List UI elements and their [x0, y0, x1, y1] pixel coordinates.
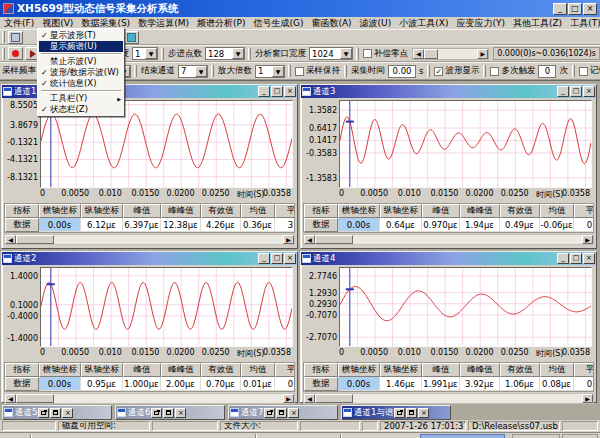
scroll-left-icon[interactable]: ◀ [304, 394, 315, 403]
multi-trigger-count-input[interactable]: 0 [538, 65, 556, 78]
memory-trigger-checkbox[interactable]: 记忆触发 [579, 65, 600, 77]
minimize-button[interactable]: _ [557, 86, 569, 97]
maximize-button[interactable] [163, 408, 174, 418]
view-menu-item-6[interactable]: ✓统计信息(X) [39, 78, 123, 89]
scroll-left-icon[interactable]: ◀ [304, 235, 315, 244]
minimized-window-1[interactable]: 通道5× [2, 405, 112, 420]
scroll-right-icon[interactable]: ▶ [582, 235, 593, 244]
maximize-button[interactable] [406, 408, 417, 418]
chevron-down-icon[interactable]: ▼ [272, 66, 284, 77]
scroll-track[interactable] [353, 235, 582, 244]
maximize-button[interactable]: □ [271, 253, 283, 264]
close-button[interactable]: × [288, 408, 299, 418]
view-menu-item-1[interactable]: ✓显示波形(T) [39, 30, 123, 41]
taskbar-active-button[interactable] [420, 434, 505, 438]
maximize-button[interactable]: □ [570, 253, 582, 264]
menu-item-9[interactable]: 小波工具(X) [395, 17, 452, 30]
menu-item-11[interactable]: 其他工具(Z) [509, 17, 566, 30]
waveform-plot[interactable] [40, 267, 293, 347]
chevron-down-icon[interactable]: ▼ [195, 66, 207, 77]
table-hscrollbar[interactable]: ◀▶ [303, 234, 594, 245]
close-button[interactable]: × [284, 253, 296, 264]
menu-item-7[interactable]: 窗函数(A) [307, 17, 355, 30]
maximize-button[interactable]: □ [568, 3, 582, 15]
maximize-button[interactable]: □ [570, 86, 582, 97]
view-menu-item-5[interactable]: ✓波形/数据示波(W) [39, 67, 123, 78]
channel-titlebar[interactable]: 通道2_□× [2, 252, 297, 265]
scroll-track[interactable] [54, 394, 283, 403]
menu-item-12[interactable]: 工具(T) [566, 17, 600, 30]
chevron-down-icon[interactable]: ▼ [232, 48, 244, 59]
view-menu-item-4[interactable]: 禁止示波(V) [39, 56, 123, 67]
scroll-right-icon[interactable]: ▶ [477, 49, 488, 59]
table-hscrollbar[interactable]: ◀▶ [4, 393, 295, 404]
play-speed-combo[interactable]: 1▼ [132, 47, 158, 60]
gain-combo[interactable]: 1▼ [255, 65, 285, 78]
zero-compensation-checkbox[interactable]: 补偿零点 [363, 48, 408, 60]
table-row-header[interactable]: 数据 [5, 377, 39, 391]
scroll-track[interactable] [54, 235, 283, 244]
scroll-thumb[interactable] [16, 235, 54, 244]
close-button[interactable]: × [62, 408, 73, 418]
close-button[interactable]: × [583, 3, 597, 15]
select-tool-button[interactable] [8, 31, 23, 44]
table-row-header[interactable]: 数据 [304, 377, 338, 391]
minimize-button[interactable]: _ [553, 3, 567, 15]
view-menu-item-2[interactable]: 显示频谱(U) [39, 41, 123, 52]
channel-titlebar[interactable]: 通道4_□× [301, 252, 596, 265]
maximize-button[interactable] [276, 408, 287, 418]
table-row-header[interactable]: 数据 [5, 218, 39, 232]
table-row-header[interactable]: 数据 [304, 218, 338, 232]
scroll-left-icon[interactable]: ◀ [5, 235, 16, 244]
scroll-left-icon[interactable]: ◀ [5, 394, 16, 403]
minimized-window-3[interactable]: 通道7× [228, 405, 338, 420]
chevron-down-icon[interactable]: ▼ [340, 48, 352, 59]
scroll-right-icon[interactable]: ▶ [582, 394, 593, 403]
maximize-button[interactable]: □ [271, 86, 283, 97]
chevron-down-icon[interactable]: ▼ [145, 48, 157, 59]
scroll-left-icon[interactable]: ◀ [413, 49, 424, 59]
end-channel-combo[interactable]: 7▼ [178, 65, 208, 78]
view-menu-item-8[interactable]: 工具栏(Y)▶ [39, 93, 123, 104]
restore-button[interactable] [151, 408, 162, 418]
minimized-window-4[interactable]: 通道1与谱× [341, 405, 451, 420]
scroll-track[interactable] [353, 394, 582, 403]
minimize-button[interactable]: _ [557, 253, 569, 264]
scroll-right-icon[interactable]: ▶ [283, 235, 294, 244]
restore-button[interactable] [394, 408, 405, 418]
menu-item-1[interactable]: 文件(F) [0, 17, 38, 30]
close-button[interactable]: × [284, 86, 296, 97]
view-menu-item-9[interactable]: ✓状态栏(Z) [39, 104, 123, 115]
display-tool-button[interactable] [124, 31, 139, 44]
waveform-display-checkbox[interactable]: ✓波形显示 [434, 65, 479, 77]
toolbar-grip[interactable] [2, 31, 5, 42]
table-hscrollbar[interactable]: ◀▶ [303, 393, 594, 404]
sample-hold-checkbox[interactable]: 采样保持 [295, 65, 340, 77]
minimized-window-2[interactable]: 通道6× [115, 405, 225, 420]
close-button[interactable]: × [418, 408, 429, 418]
scroll-right-icon[interactable]: ▶ [283, 394, 294, 403]
waveform-plot[interactable] [339, 267, 592, 347]
menu-item-4[interactable]: 数学运算(M) [134, 17, 193, 30]
multi-trigger-checkbox[interactable]: 多次触发 [490, 65, 535, 77]
scroll-thumb[interactable] [315, 235, 353, 244]
position-scrollbar[interactable]: ◀▶ [412, 48, 489, 60]
waveform-plot[interactable] [339, 100, 592, 188]
record-button[interactable] [8, 47, 23, 60]
close-button[interactable]: × [175, 408, 186, 418]
minimize-button[interactable]: _ [258, 253, 270, 264]
close-button[interactable]: × [583, 86, 595, 97]
minimize-button[interactable]: _ [258, 86, 270, 97]
restore-button[interactable] [264, 408, 275, 418]
menu-item-8[interactable]: 滤波(U) [356, 17, 396, 30]
menu-item-5[interactable]: 频谱分析(P) [193, 17, 249, 30]
acquire-time-input[interactable]: 0.00 [388, 65, 416, 78]
menu-item-10[interactable]: 应变应力(Y) [452, 17, 509, 30]
maximize-button[interactable] [50, 408, 61, 418]
menu-item-6[interactable]: 信号生成(G) [249, 17, 307, 30]
toolbar-grip[interactable] [2, 48, 5, 60]
table-hscrollbar[interactable]: ◀▶ [4, 234, 295, 245]
restore-button[interactable] [38, 408, 49, 418]
channel-titlebar[interactable]: 通道3_□× [301, 85, 596, 98]
scroll-thumb[interactable] [16, 394, 54, 403]
